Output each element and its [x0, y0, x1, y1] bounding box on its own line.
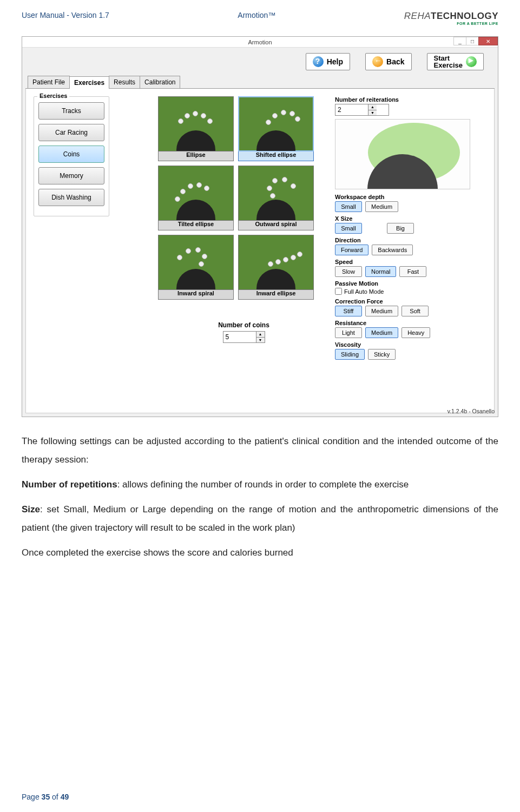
resistance-label: Resistance	[335, 320, 486, 326]
tab-patient-file[interactable]: Patient File	[28, 76, 70, 88]
direction-label: Direction	[335, 237, 486, 243]
full-auto-mode-checkbox[interactable]: Full Auto Mode	[335, 288, 486, 295]
exercises-group-title: Esercises	[37, 93, 69, 99]
reiterations-input[interactable]	[335, 104, 368, 115]
workspace-depth-label: Workspace depth	[335, 194, 486, 200]
window-title: Armotion	[248, 39, 272, 45]
logo-sub: FOR A BETTER LIFE	[404, 22, 498, 25]
tile-ellipse[interactable]: Ellipse	[158, 96, 234, 161]
speed-fast[interactable]: Fast	[399, 266, 426, 277]
spinner-up-icon[interactable]: ▲	[256, 332, 265, 338]
speed-slow[interactable]: Slow	[335, 266, 362, 277]
exercise-memory[interactable]: Memory	[38, 167, 104, 184]
page-footer: Page 35 of 49	[22, 793, 69, 801]
help-icon	[313, 56, 324, 67]
tile-inward-ellipse-caption: Inward ellipse	[238, 290, 314, 300]
close-icon[interactable]: ✕	[478, 37, 498, 45]
reiterations-spinner[interactable]: ▲▼	[335, 104, 389, 116]
header-center: Armotion™	[238, 11, 275, 19]
tile-inward-ellipse[interactable]: Inward ellipse	[238, 235, 314, 300]
cf-soft[interactable]: Soft	[401, 306, 429, 316]
vis-sliding[interactable]: Sliding	[335, 349, 365, 360]
back-label: Back	[386, 57, 404, 66]
passive-motion-label: Passive Motion	[335, 280, 486, 287]
cf-stiff[interactable]: Stiff	[335, 306, 362, 316]
viscosity-label: Viscosity	[335, 341, 486, 348]
tile-shifted-ellipse[interactable]: Shifted ellipse	[238, 96, 314, 161]
res-heavy[interactable]: Heavy	[401, 327, 430, 338]
xsize-label: X Size	[335, 215, 486, 222]
number-of-coins-label: Number of coins	[158, 321, 330, 329]
back-button[interactable]: Back	[365, 53, 411, 70]
spinner-down-icon[interactable]: ▼	[256, 338, 265, 343]
tile-shifted-caption: Shifted ellipse	[238, 151, 314, 161]
reiterations-label: Number of reiterations	[335, 96, 486, 103]
direction-backwards[interactable]: Backwards	[372, 245, 413, 255]
direction-forward[interactable]: Forward	[335, 245, 368, 255]
app-screenshot: Armotion _ □ ✕ Help Back StartExercise P…	[22, 36, 498, 417]
tile-ellipse-caption: Ellipse	[158, 151, 234, 161]
tile-inward-spiral[interactable]: Inward spiral	[158, 235, 234, 300]
maximize-icon[interactable]: □	[466, 37, 479, 45]
para-size: Size: set Small, Medium or Large dependi…	[22, 500, 498, 537]
cf-medium[interactable]: Medium	[365, 306, 398, 316]
tab-results[interactable]: Results	[109, 76, 140, 88]
exercise-coins[interactable]: Coins	[38, 146, 104, 163]
spinner-up-icon[interactable]: ▲	[368, 104, 377, 110]
tile-outward-spiral[interactable]: Outward spiral	[238, 166, 314, 230]
version-label: v.1.2.4b - Osanello	[447, 408, 495, 414]
tile-tilted-ellipse[interactable]: Tilted ellipse	[158, 166, 234, 230]
speed-label: Speed	[335, 259, 486, 265]
spinner-down-icon[interactable]: ▼	[368, 110, 377, 116]
tab-exercises[interactable]: Exercises	[69, 76, 109, 89]
header-left: User Manual - Version 1.7	[22, 11, 109, 19]
depth-medium[interactable]: Medium	[365, 201, 398, 212]
minimize-icon[interactable]: _	[453, 37, 466, 45]
tile-outward-caption: Outward spiral	[238, 221, 314, 230]
xsize-small[interactable]: Small	[335, 223, 362, 234]
tab-calibration[interactable]: Calibration	[140, 76, 180, 88]
xsize-big[interactable]: Big	[387, 223, 414, 234]
trajectory-preview	[335, 119, 470, 189]
depth-small[interactable]: Small	[335, 201, 362, 212]
logo-tech: TECHNOLOGY	[431, 11, 498, 21]
exercise-car-racing[interactable]: Car Racing	[38, 124, 104, 141]
start-label: StartExercise	[434, 55, 463, 69]
logo-reha: REHA	[404, 11, 431, 21]
para-intro: The following settings can be adjusted a…	[22, 432, 498, 469]
help-button[interactable]: Help	[306, 53, 350, 70]
start-icon	[466, 56, 477, 67]
res-medium[interactable]: Medium	[365, 327, 398, 338]
correction-force-label: Correction Force	[335, 298, 486, 305]
vis-sticky[interactable]: Sticky	[368, 349, 396, 360]
res-light[interactable]: Light	[335, 327, 362, 338]
para-repetitions: Number of repetitions: allows defining t…	[22, 476, 498, 494]
para-score: Once completed the exercise shows the sc…	[22, 544, 498, 562]
full-auto-mode-input[interactable]	[335, 288, 342, 295]
tile-tilted-caption: Tilted ellipse	[158, 221, 234, 230]
exercises-group: Esercises Tracks Car Racing Coins Memory…	[34, 96, 109, 216]
help-label: Help	[327, 57, 343, 66]
back-icon	[372, 56, 383, 67]
full-auto-mode-label: Full Auto Mode	[344, 288, 384, 295]
page-header: User Manual - Version 1.7 Armotion™ REHA…	[22, 11, 498, 25]
tile-inward-spiral-caption: Inward spiral	[158, 290, 234, 300]
number-of-coins-input[interactable]	[223, 332, 256, 342]
speed-normal[interactable]: Normal	[365, 266, 396, 277]
number-of-coins-spinner[interactable]: ▲▼	[223, 331, 265, 343]
logo: REHATECHNOLOGY FOR A BETTER LIFE	[404, 11, 498, 25]
exercise-tracks[interactable]: Tracks	[38, 102, 104, 120]
title-bar: Armotion _ □ ✕	[22, 37, 498, 48]
exercise-dish-washing[interactable]: Dish Washing	[38, 189, 104, 206]
start-exercise-button[interactable]: StartExercise	[427, 53, 484, 70]
body-text: The following settings can be adjusted a…	[22, 432, 498, 562]
